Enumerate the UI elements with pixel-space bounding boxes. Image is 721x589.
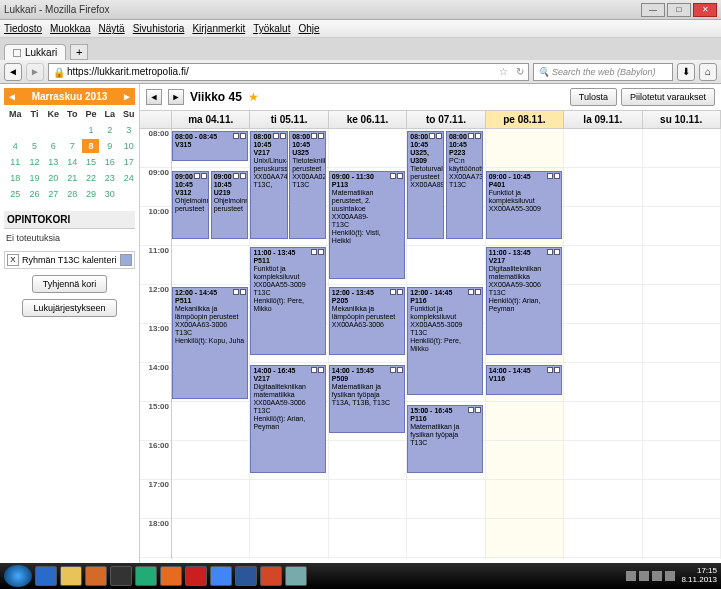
mini-cal-day[interactable]: 9 [101,139,118,153]
event-detail-icon[interactable] [390,289,396,295]
calendar-event[interactable]: 08:00 - 10:45V217Unix/Linux-peruskurssi … [250,131,287,239]
system-tray[interactable]: 17:15 8.11.2013 [626,567,717,585]
browser-tab[interactable]: Lukkari [4,44,66,60]
event-detail-icon[interactable] [547,249,553,255]
mini-cal-day[interactable]: 22 [82,171,99,185]
mini-cal-day[interactable]: 2 [101,123,118,137]
calendar-event[interactable]: 08:00 - 10:45U325Tietotekniikan perustee… [289,131,326,239]
event-info-icon[interactable] [436,133,442,139]
taskbar-app3-icon[interactable] [135,566,157,586]
event-detail-icon[interactable] [311,249,317,255]
taskbar-app-icon[interactable] [85,566,107,586]
event-info-icon[interactable] [475,133,481,139]
mini-cal-day[interactable]: 6 [45,139,63,153]
event-info-icon[interactable] [475,289,481,295]
mini-cal-day[interactable]: 18 [6,171,25,185]
mini-cal-day[interactable]: 28 [64,187,80,201]
mini-cal-day[interactable]: 25 [6,187,25,201]
event-detail-icon[interactable] [390,367,396,373]
event-detail-icon[interactable] [233,173,239,179]
next-week-button[interactable]: ► [168,89,184,105]
kori-calendar-icon[interactable] [120,254,132,266]
calendar-event[interactable]: 08:00 - 10:45P223PC:n käyttöönotto XX00A… [446,131,483,239]
event-info-icon[interactable] [318,133,324,139]
mini-cal-day[interactable]: 26 [27,187,43,201]
taskbar-ie-icon[interactable] [35,566,57,586]
menu-view[interactable]: Näytä [99,23,125,34]
url-bar[interactable]: 🔒 https://lukkarit.metropolia.fi/ ☆ ↻ [48,63,529,81]
event-info-icon[interactable] [554,249,560,255]
event-info-icon[interactable] [554,367,560,373]
kori-remove-button[interactable]: X [7,254,19,266]
forward-button[interactable]: ► [26,63,44,81]
event-detail-icon[interactable] [468,289,474,295]
taskbar-opera-icon[interactable] [185,566,207,586]
event-detail-icon[interactable] [390,173,396,179]
mini-cal-day[interactable]: 11 [6,155,25,169]
event-info-icon[interactable] [240,133,246,139]
mini-cal-day[interactable]: 1 [82,123,99,137]
mini-cal-day[interactable]: 13 [45,155,63,169]
mini-cal-day[interactable]: 21 [64,171,80,185]
day-header[interactable]: to 07.11. [407,111,485,128]
hidden-bookings-button[interactable]: Piilotetut varaukset [621,88,715,106]
event-info-icon[interactable] [240,289,246,295]
kori-item[interactable]: X Ryhmän T13C kalenteri [4,251,135,269]
calendar-event[interactable]: 11:00 - 13:45V217Digitaalitekniikan mate… [486,247,562,355]
event-detail-icon[interactable] [429,133,435,139]
taskbar-word-icon[interactable] [235,566,257,586]
day-header[interactable]: ke 06.11. [329,111,407,128]
taskbar-chrome-icon[interactable] [210,566,232,586]
mini-cal-day[interactable]: 30 [101,187,118,201]
mini-cal-day[interactable]: 16 [101,155,118,169]
day-header[interactable]: pe 08.11. [486,111,564,128]
mini-cal-day[interactable]: 20 [45,171,63,185]
menu-tools[interactable]: Työkalut [253,23,290,34]
event-info-icon[interactable] [554,173,560,179]
download-button[interactable]: ⬇ [677,63,695,81]
day-header[interactable]: ti 05.11. [250,111,328,128]
mini-cal-day[interactable]: 7 [64,139,80,153]
event-detail-icon[interactable] [311,133,317,139]
calendar-event[interactable]: 12:00 - 14:45P116Funktiot ja kompleksilu… [407,287,483,395]
event-info-icon[interactable] [240,173,246,179]
start-button[interactable] [4,565,32,587]
mini-cal-day[interactable]: 8 [82,139,99,153]
empty-basket-button[interactable]: Tyhjennä kori [32,275,108,293]
event-detail-icon[interactable] [547,367,553,373]
prev-week-button[interactable]: ◄ [146,89,162,105]
taskbar-paint-icon[interactable] [285,566,307,586]
tray-icon[interactable] [626,571,636,581]
calendar-event[interactable]: 09:00 - 10:45P401Funktiot ja kompleksilu… [486,171,562,239]
day-header[interactable]: la 09.11. [564,111,642,128]
event-detail-icon[interactable] [233,133,239,139]
menu-help[interactable]: Ohje [298,23,319,34]
mini-cal-day[interactable]: 5 [27,139,43,153]
back-button[interactable]: ◄ [4,63,22,81]
window-close-button[interactable]: ✕ [693,3,717,17]
to-schedule-button[interactable]: Lukujärjestykseen [22,299,116,317]
event-info-icon[interactable] [397,173,403,179]
calendar-event[interactable]: 14:00 - 14:45V116 [486,365,562,395]
mini-cal-day[interactable]: 15 [82,155,99,169]
event-info-icon[interactable] [397,367,403,373]
tray-icon[interactable] [639,571,649,581]
calendar-event[interactable]: 14:00 - 15:45P509Matematiikan ja fysiika… [329,365,405,433]
mini-cal-day[interactable]: 23 [101,171,118,185]
reader-icon[interactable]: ☆ [499,66,508,77]
tray-network-icon[interactable] [652,571,662,581]
mini-cal-day[interactable]: 24 [120,171,138,185]
day-header[interactable]: su 10.11. [643,111,721,128]
mini-cal-day[interactable]: 29 [82,187,99,201]
mini-cal-day[interactable]: 17 [120,155,138,169]
taskbar-powerpoint-icon[interactable] [260,566,282,586]
event-info-icon[interactable] [475,407,481,413]
calendar-event[interactable]: 09:00 - 10:45V312Ohjelmoinnin perusteet [172,171,209,239]
calendar-event[interactable]: 08:00 - 08:45V315 [172,131,248,161]
reload-button[interactable]: ↻ [516,66,524,77]
calendar-event[interactable]: 09:00 - 11:30P113Matematiikan perusteet,… [329,171,405,279]
menu-history[interactable]: Sivuhistoria [133,23,185,34]
mini-cal-day[interactable]: 4 [6,139,25,153]
print-button[interactable]: Tulosta [570,88,617,106]
window-minimize-button[interactable]: — [641,3,665,17]
